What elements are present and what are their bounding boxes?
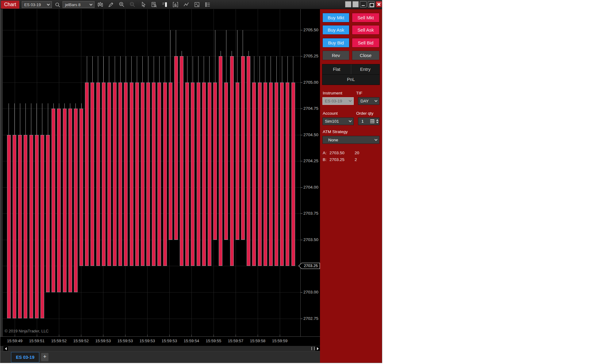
time-tick: [280, 335, 280, 337]
tab-es-03-19[interactable]: ES 03-19: [11, 352, 39, 362]
pnl-display: PnL: [322, 75, 380, 85]
calculator-icon[interactable]: [370, 119, 374, 123]
price-tick: [301, 292, 302, 293]
bar-type-selector[interactable]: jelBars 8: [63, 1, 94, 8]
price-axis-label: 2704.50: [303, 132, 318, 138]
price-bar: [7, 135, 11, 319]
strategies-icon[interactable]: [194, 1, 200, 8]
window-left-edge: [0, 9, 3, 351]
time-axis[interactable]: 15:59:4915:59:5115:59:5215:59:5215:59:53…: [0, 336, 321, 346]
cursor-icon[interactable]: [140, 1, 147, 8]
atm-strategy-label: ATM Strategy: [323, 129, 348, 134]
order-qty-field[interactable]: 1: [358, 117, 379, 125]
bar-wick: [154, 56, 154, 82]
bar-wick: [248, 51, 249, 56]
reverse-button[interactable]: Rev: [322, 51, 349, 60]
price-bar: [174, 56, 178, 240]
price-tick: [301, 319, 302, 319]
buy-bid-button[interactable]: Buy Bid: [322, 38, 349, 48]
price-bar: [46, 135, 50, 292]
stepper-down-icon[interactable]: [376, 122, 379, 123]
bar-wick: [37, 103, 37, 135]
chart-window-label: Chart: [1, 1, 19, 9]
price-bar: [191, 82, 194, 266]
scrollbar-grip[interactable]: [311, 347, 315, 350]
time-tick: [191, 335, 192, 337]
close-position-button[interactable]: Close: [352, 51, 379, 60]
scroll-left-button[interactable]: [3, 346, 8, 351]
atm-strategy-selector[interactable]: None: [322, 136, 379, 144]
close-button[interactable]: [376, 1, 382, 7]
arrow-right-icon: [317, 347, 319, 350]
price-tick: [301, 161, 302, 161]
price-bar: [29, 135, 33, 319]
bar-wick: [187, 56, 187, 82]
bar-wick: [20, 103, 20, 135]
sell-bid-button[interactable]: Sell Bid: [352, 38, 379, 48]
tif-selector[interactable]: DAY: [358, 97, 379, 105]
zoom-out-icon[interactable]: [129, 1, 136, 8]
price-bar: [202, 82, 206, 266]
price-axis[interactable]: 2703.25 2705.502705.252705.002704.752704…: [300, 9, 321, 336]
bar-wick: [70, 103, 70, 109]
indicators-icon[interactable]: [183, 1, 190, 8]
bar-spacing-icon[interactable]: [172, 1, 179, 8]
time-axis-label: 15:59:49: [2, 339, 27, 343]
time-tick: [236, 335, 236, 337]
bar-wick: [221, 51, 221, 56]
account-selector[interactable]: Sim101: [322, 117, 354, 125]
bar-wick: [31, 103, 31, 135]
quantity-stepper[interactable]: [375, 118, 379, 125]
panel-instrument-selector[interactable]: ES 03-19: [322, 97, 354, 105]
time-tick: [125, 335, 125, 337]
instrument-selector[interactable]: ES 03-19: [22, 1, 52, 8]
time-axis-label: 15:59:53: [157, 339, 182, 343]
bar-type-selector-value: jelBars 8: [65, 2, 90, 7]
price-tick: [301, 135, 302, 135]
time-tick: [147, 335, 148, 337]
bar-wick: [293, 56, 293, 82]
data-box-icon[interactable]: [151, 1, 157, 8]
minimize-button[interactable]: [360, 1, 367, 7]
bar-wick: [120, 56, 121, 82]
chart-trader-icon[interactable]: [161, 1, 168, 8]
ninjatrader-chart-window: Chart ES 03-19 jelBars 8: [0, 0, 382, 363]
bar-wick: [204, 56, 204, 82]
search-icon[interactable]: [54, 2, 61, 8]
zoom-in-icon[interactable]: [118, 1, 125, 8]
entry-column-header: Entry: [351, 64, 380, 74]
chevron-down-icon: [349, 99, 352, 102]
maximize-button[interactable]: [368, 1, 375, 7]
sell-mkt-button[interactable]: Sell Mkt: [352, 13, 379, 22]
sell-ask-button[interactable]: Sell Ask: [352, 25, 379, 35]
time-tick: [59, 335, 59, 337]
interval-link-icon[interactable]: [352, 1, 359, 7]
price-tick: [301, 30, 302, 30]
price-bar: [180, 56, 183, 266]
buy-ask-button[interactable]: Buy Ask: [322, 25, 349, 35]
price-bar: [146, 82, 150, 266]
stepper-up-icon[interactable]: [376, 119, 379, 121]
price-bar: [230, 56, 234, 266]
order-qty-value[interactable]: 1: [358, 119, 370, 124]
time-axis-label: 15:59:53: [91, 339, 115, 343]
instrument-link-icon[interactable]: [345, 1, 351, 7]
scroll-right-button[interactable]: [315, 346, 320, 351]
bar-wick: [159, 56, 160, 82]
buy-mkt-button[interactable]: Buy Mkt: [322, 13, 349, 22]
bar-wick: [48, 103, 48, 135]
bar-type-icon[interactable]: [97, 1, 104, 8]
chart-plot-area[interactable]: © 2019 NinjaTrader, LLC: [3, 9, 300, 336]
add-tab-button[interactable]: +: [41, 353, 48, 361]
last-price-marker: 2703.25: [302, 263, 320, 269]
bar-wick: [254, 56, 254, 82]
bar-wick: [170, 30, 171, 82]
time-tick: [258, 335, 258, 337]
properties-icon[interactable]: [204, 1, 211, 8]
bar-wick: [232, 51, 232, 56]
drawing-tools-icon[interactable]: [108, 1, 114, 8]
price-bar: [269, 82, 273, 266]
time-tick: [15, 335, 15, 337]
bar-wick: [237, 30, 237, 82]
bid-price: 2703.25: [329, 157, 345, 162]
